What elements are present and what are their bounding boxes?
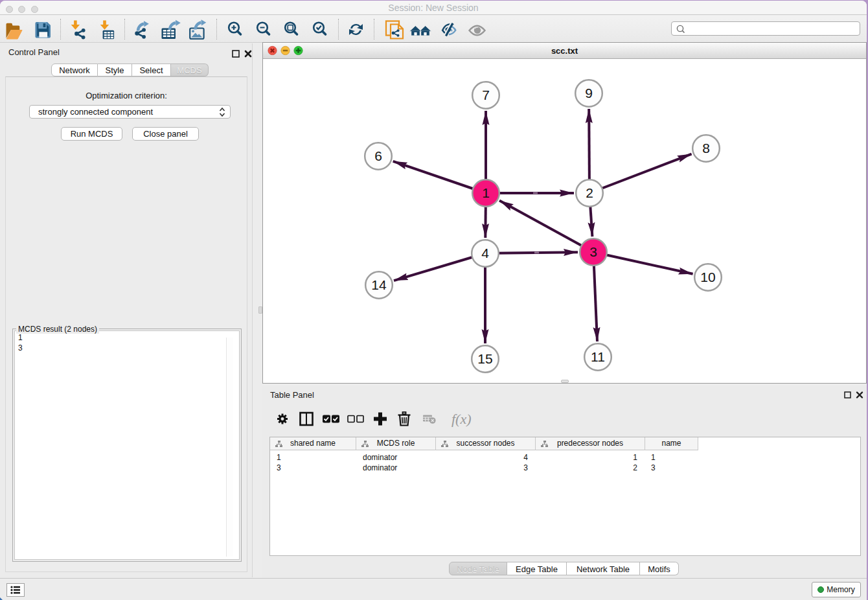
- svg-text:4: 4: [481, 246, 489, 260]
- svg-text:15: 15: [477, 351, 492, 366]
- svg-text:6: 6: [374, 148, 382, 163]
- svg-text:14: 14: [371, 277, 387, 292]
- svg-text:7: 7: [482, 87, 490, 102]
- svg-text:8: 8: [702, 141, 710, 156]
- svg-text:10: 10: [700, 270, 715, 284]
- svg-text:3: 3: [589, 244, 597, 259]
- svg-text:11: 11: [591, 349, 605, 364]
- svg-text:2: 2: [586, 185, 593, 200]
- svg-text:1: 1: [482, 185, 490, 200]
- svg-text:9: 9: [585, 86, 593, 100]
- svg-text:f(x): f(x): [451, 411, 472, 427]
